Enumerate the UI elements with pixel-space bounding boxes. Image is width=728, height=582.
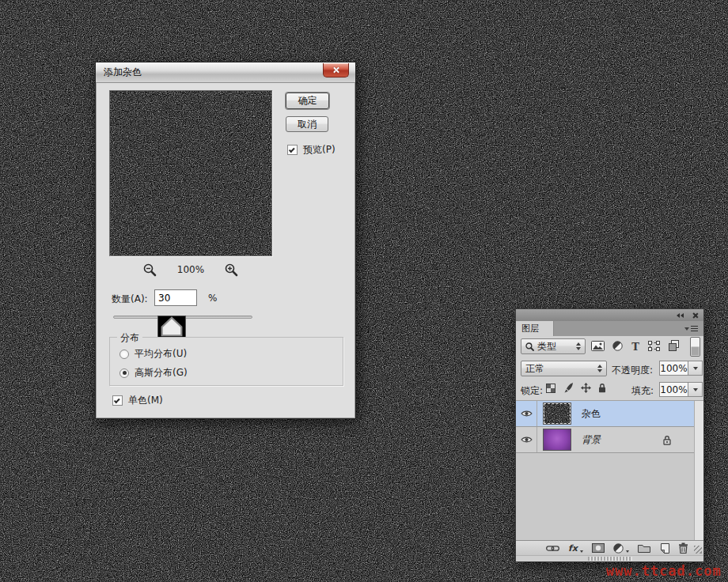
panel-topbar	[516, 309, 703, 321]
fx-dropdown-arrow	[580, 550, 583, 553]
blend-mode-value: 正常	[525, 362, 544, 376]
preview-checkbox[interactable]	[287, 145, 298, 155]
lock-transparency-icon[interactable]	[546, 384, 555, 393]
opacity-value[interactable]: 100%	[659, 361, 688, 376]
percent-label: %	[208, 293, 217, 304]
radio-selected-dot	[123, 371, 127, 375]
preview-checkbox-label: 预览(P)	[303, 143, 336, 157]
gaussian-radio-label: 高斯分布(G)	[135, 366, 188, 380]
panel-menu-icon[interactable]	[684, 321, 703, 336]
monochromatic-checkbox[interactable]	[112, 395, 123, 406]
drag-ridge	[588, 557, 632, 561]
amount-input[interactable]	[154, 289, 197, 306]
slider-thumb[interactable]	[157, 316, 186, 338]
filter-smart-objects-icon[interactable]	[668, 340, 680, 351]
menu-lines	[691, 326, 698, 332]
fill-value[interactable]: 100%	[659, 382, 688, 397]
uniform-radio-row[interactable]: 平均分布(U)	[119, 347, 187, 361]
distribution-label: 分布	[117, 331, 142, 345]
filter-type-value: 类型	[537, 340, 556, 353]
add-noise-dialog: 添加杂色 100% 数量(A):	[95, 62, 356, 419]
zoom-out-icon[interactable]	[143, 263, 157, 277]
check-icon	[289, 146, 295, 153]
eye-icon[interactable]	[521, 410, 533, 418]
filter-type-select[interactable]: 类型	[521, 338, 586, 354]
search-icon	[525, 342, 534, 351]
new-group-folder-icon[interactable]	[638, 543, 650, 553]
background-lock-icon	[663, 435, 671, 445]
collapse-panels-icon[interactable]	[677, 313, 684, 318]
cancel-button[interactable]: 取消	[286, 116, 328, 132]
check-icon	[114, 397, 120, 403]
layer-name[interactable]: 杂色	[582, 407, 601, 421]
preview-zoom-controls: 100%	[109, 261, 272, 278]
layer-thumbnail-background[interactable]	[543, 429, 571, 451]
amount-slider[interactable]	[113, 314, 252, 325]
layer-row-noise[interactable]: 杂色	[516, 401, 695, 427]
blend-mode-select[interactable]: 正常	[521, 361, 607, 376]
amount-label: 数量(A):	[112, 293, 148, 306]
zoom-level: 100%	[174, 264, 207, 275]
filter-adjustment-layers-icon[interactable]	[612, 341, 623, 351]
fill-dropdown-icon[interactable]	[688, 382, 703, 397]
visibility-cell[interactable]	[516, 401, 537, 426]
panel-resize-grip[interactable]	[694, 546, 702, 554]
visibility-cell[interactable]	[516, 427, 537, 452]
filter-shape-layers-icon[interactable]	[648, 341, 660, 351]
lock-all-icon[interactable]	[598, 383, 606, 393]
layers-panel: 图层 类型	[515, 308, 704, 562]
panel-tabbar: 图层	[516, 321, 703, 336]
delete-layer-trash-icon[interactable]	[678, 542, 688, 554]
link-layers-icon[interactable]	[546, 545, 559, 552]
spinner-icon	[576, 342, 581, 350]
uniform-radio-label: 平均分布(U)	[135, 347, 187, 361]
monochromatic-row[interactable]: 单色(M)	[112, 394, 163, 407]
close-icon	[332, 66, 339, 74]
lock-pixels-brush-icon[interactable]	[563, 383, 574, 393]
preview-noise-texture	[110, 91, 272, 256]
lock-position-move-icon[interactable]	[581, 383, 591, 393]
spinner-icon	[597, 365, 602, 372]
add-adjustment-icon[interactable]	[613, 543, 624, 554]
panel-drag-bar[interactable]	[516, 555, 703, 561]
fill-label: 填充:	[631, 384, 654, 398]
layer-row-background[interactable]: 背景	[516, 427, 695, 453]
panel-footer: fx	[516, 540, 703, 555]
gaussian-radio-row[interactable]: 高斯分布(G)	[119, 366, 188, 380]
filter-pixel-layers-icon[interactable]	[591, 341, 605, 351]
layer-filtering-toggle[interactable]	[690, 337, 700, 357]
distribution-group: 分布 平均分布(U) 高斯分布(G)	[109, 337, 343, 386]
svg-text:T: T	[631, 341, 639, 351]
filter-type-layers-icon[interactable]: T	[631, 341, 640, 351]
zoom-in-icon[interactable]	[225, 263, 238, 277]
panel-close-icon[interactable]	[692, 312, 698, 319]
ok-button[interactable]: 确定	[286, 93, 329, 109]
preview-checkbox-row[interactable]: 预览(P)	[287, 143, 336, 157]
layer-controls: 类型 T	[516, 336, 703, 401]
lock-label: 锁定:	[521, 384, 543, 398]
opacity-label: 不透明度:	[612, 364, 653, 377]
dialog-titlebar[interactable]: 添加杂色	[96, 62, 355, 83]
watermark-text: www.ttcad.com	[606, 563, 722, 579]
eye-icon[interactable]	[521, 436, 533, 444]
add-mask-icon[interactable]	[592, 543, 605, 553]
uniform-radio[interactable]	[119, 350, 129, 359]
gaussian-radio[interactable]	[119, 368, 129, 378]
list-scrollbar[interactable]	[694, 401, 703, 540]
opacity-dropdown-icon[interactable]	[688, 361, 703, 376]
layers-list: 杂色 背景	[516, 401, 703, 540]
filter-icons: T	[591, 340, 680, 351]
dialog-title: 添加杂色	[104, 66, 142, 79]
monochromatic-label: 单色(M)	[128, 394, 163, 407]
layer-style-fx-icon[interactable]: fx	[568, 543, 578, 554]
noise-preview[interactable]	[109, 90, 272, 256]
layer-name[interactable]: 背景	[582, 433, 601, 447]
layer-thumbnail-noise[interactable]	[543, 402, 571, 425]
photoshop-canvas: 添加杂色 100% 数量(A):	[0, 0, 728, 582]
adjustment-dropdown-arrow	[626, 550, 629, 553]
new-layer-icon[interactable]	[659, 543, 669, 554]
menu-triangle	[684, 327, 689, 331]
lock-icons	[546, 383, 606, 393]
tab-layers[interactable]: 图层	[516, 321, 554, 336]
close-button[interactable]	[323, 63, 349, 77]
